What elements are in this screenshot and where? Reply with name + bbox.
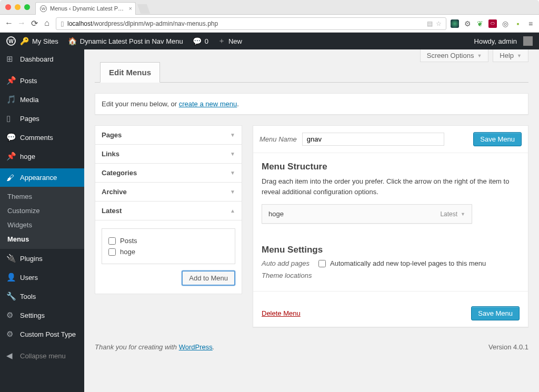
sidebar-item-plugins[interactable]: 🔌Plugins: [0, 249, 84, 268]
tab-title: Menus ‹ Dynamic Latest P…: [50, 5, 124, 12]
new-content-link[interactable]: ＋New: [218, 36, 242, 46]
mask-icon[interactable]: ⬭: [488, 19, 497, 28]
window-zoom-icon[interactable]: [24, 4, 30, 10]
tab-edit-menus[interactable]: Edit Menus: [100, 62, 160, 83]
extension-icon[interactable]: [451, 19, 459, 28]
collapse-menu-button[interactable]: ◀Collapse menu: [0, 346, 84, 365]
close-tab-icon[interactable]: ×: [129, 5, 132, 12]
menu-icon[interactable]: ≡: [526, 19, 535, 28]
bookmark-icon[interactable]: ☆: [436, 20, 442, 27]
gear-icon: ⚙: [6, 329, 15, 339]
brush-icon: 🖌: [6, 173, 15, 182]
accordion-links[interactable]: Links▼: [95, 144, 242, 163]
sidebar-item-media[interactable]: 🎵Media: [0, 90, 84, 109]
wordpress-link[interactable]: WordPress: [179, 343, 213, 351]
forward-button: →: [17, 18, 26, 28]
screen-options-button[interactable]: Screen Options▼: [420, 49, 489, 62]
menu-structure-heading: Menu Structure: [262, 162, 520, 172]
plus-icon: ＋: [218, 36, 225, 46]
browser-tab[interactable]: W Menus ‹ Dynamic Latest P… ×: [35, 2, 136, 15]
sidebar-item-appearance[interactable]: 🖌Appearance: [0, 168, 84, 187]
chevron-down-icon: ▼: [517, 53, 522, 58]
check-hoge[interactable]: hoge: [108, 246, 228, 257]
chevron-down-icon: ▼: [230, 189, 235, 195]
save-menu-button-bottom[interactable]: Save Menu: [471, 306, 520, 320]
gear-icon[interactable]: ⚙: [463, 19, 472, 28]
user-icon: 👤: [6, 273, 15, 282]
wordpress-icon[interactable]: W: [6, 36, 16, 46]
back-button[interactable]: ←: [4, 18, 14, 28]
add-to-menu-button[interactable]: Add to Menu: [182, 270, 235, 286]
sidebar-item-posts[interactable]: 📌Posts: [0, 71, 84, 90]
home-button[interactable]: ⌂: [42, 18, 52, 28]
auto-add-checkbox[interactable]: [318, 260, 326, 267]
sidebar-item-dashboard[interactable]: ⊞Dashboard: [0, 49, 84, 68]
menu-name-label: Menu Name: [259, 135, 297, 143]
wp-admin-bar: W 🔑My Sites 🏠Dynamic Latest Post in Nav …: [0, 33, 539, 49]
wordpress-icon: W: [40, 5, 47, 12]
sidebar-sub-menus[interactable]: Menus: [0, 232, 84, 246]
menu-item-label: hoge: [268, 210, 284, 218]
accordion-archive[interactable]: Archive▼: [95, 182, 242, 201]
comments-link[interactable]: 💬0: [193, 37, 208, 45]
sidebar-item-hoge[interactable]: 📌hoge: [0, 147, 84, 166]
delete-menu-link[interactable]: Delete Menu: [262, 309, 301, 317]
chevron-down-icon[interactable]: ▼: [461, 212, 465, 217]
admin-footer: Thank you for creating with WordPress. V…: [95, 343, 528, 351]
comment-icon: 💬: [193, 37, 202, 45]
sidebar-item-cpt[interactable]: ⚙Custom Post Type: [0, 325, 84, 344]
chevron-down-icon: ▼: [230, 151, 235, 157]
sidebar-item-users[interactable]: 👤Users: [0, 268, 84, 287]
comment-icon: 💬: [6, 133, 15, 142]
key-icon: 🔑: [20, 37, 29, 45]
collapse-icon: ◀: [6, 351, 15, 360]
browser-titlebar: W Menus ‹ Dynamic Latest P… ×: [0, 0, 539, 15]
main-content: Screen Options▼ Help▼ Edit Menus Edit yo…: [84, 49, 539, 392]
menu-item[interactable]: hoge Latest▼: [262, 204, 472, 224]
sidebar-item-comments[interactable]: 💬Comments: [0, 128, 84, 147]
accordion-latest[interactable]: Latest▲: [95, 201, 242, 220]
account-link[interactable]: Howdy, admin: [474, 36, 533, 46]
my-sites-link[interactable]: 🔑My Sites: [20, 37, 58, 45]
sidebar-sub-themes[interactable]: Themes: [0, 189, 84, 204]
menu-editor: Menu Name Save Menu Menu Structure Drag …: [253, 125, 528, 327]
page-icon: ▯: [61, 20, 64, 27]
menu-item-type: Latest: [440, 210, 457, 218]
accordion-pages[interactable]: Pages▼: [95, 126, 242, 144]
create-menu-link[interactable]: create a new menu: [179, 100, 237, 108]
reload-button[interactable]: ⟳: [29, 18, 39, 28]
circle-icon[interactable]: ◎: [501, 19, 510, 28]
accordion-categories[interactable]: Categories▼: [95, 163, 242, 182]
chevron-up-icon: ▲: [230, 208, 235, 214]
check-posts[interactable]: Posts: [108, 235, 228, 246]
browser-toolbar: ← → ⟳ ⌂ ▯ localhost/wordpress/dlpinm/wp-…: [0, 15, 539, 33]
url-path: /wordpress/dlpinm/wp-admin/nav-menus.php: [92, 20, 218, 27]
save-menu-button-top[interactable]: Save Menu: [473, 132, 522, 146]
chevron-down-icon: ▼: [230, 132, 235, 138]
chevron-down-icon: ▼: [477, 53, 482, 58]
window-minimize-icon[interactable]: [15, 4, 21, 10]
sidebar-item-pages[interactable]: ▯Pages: [0, 109, 84, 128]
menu-items-accordion: Pages▼ Links▼ Categories▼ Archive▼ Lates…: [95, 125, 242, 294]
window-close-icon[interactable]: [5, 4, 11, 10]
pin-icon: 📌: [6, 152, 15, 161]
sidebar-item-tools[interactable]: 🔧Tools: [0, 287, 84, 306]
android-icon[interactable]: ▪: [514, 19, 522, 28]
url-host: localhost: [67, 20, 92, 27]
url-input[interactable]: ▯ localhost/wordpress/dlpinm/wp-admin/na…: [56, 17, 446, 30]
reader-icon[interactable]: ▤: [427, 20, 433, 27]
sidebar-sub-customize[interactable]: Customize: [0, 204, 84, 218]
theme-locations-label: Theme locations: [262, 272, 314, 280]
chevron-down-icon: ▼: [230, 170, 235, 176]
sidebar-item-settings[interactable]: ⚙Settings: [0, 306, 84, 325]
evernote-icon[interactable]: ❦: [476, 19, 484, 28]
sidebar-sub-widgets[interactable]: Widgets: [0, 218, 84, 232]
new-tab-button[interactable]: [137, 4, 151, 14]
menu-name-input[interactable]: [302, 133, 444, 146]
version-text: Version 4.0.1: [488, 343, 528, 351]
site-name-link[interactable]: 🏠Dynamic Latest Post in Nav Menu: [68, 37, 183, 45]
admin-sidebar: ⊞Dashboard 📌Posts 🎵Media ▯Pages 💬Comment…: [0, 49, 84, 392]
avatar: [523, 36, 533, 46]
menu-settings-heading: Menu Settings: [262, 245, 520, 255]
help-button[interactable]: Help▼: [493, 49, 528, 62]
